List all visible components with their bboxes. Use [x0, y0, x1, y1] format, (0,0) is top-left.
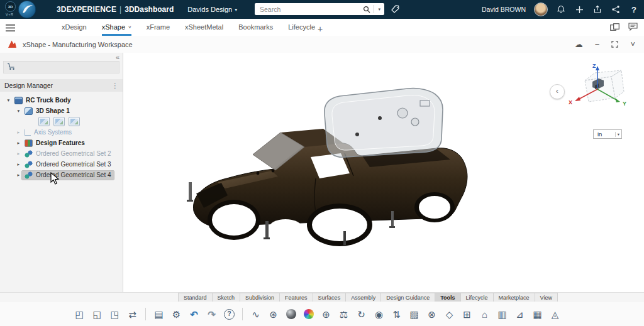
tab-design-guidance[interactable]: Design Guidance	[381, 293, 435, 302]
assembly-design-icon[interactable]: ⊞	[459, 307, 475, 322]
avatar[interactable]	[534, 3, 548, 16]
3dexperience-logo[interactable]: 3D V+R	[3, 0, 55, 19]
collapse-panel-chevron-icon[interactable]: ˅	[630, 40, 635, 49]
tab-lifecycle[interactable]: Lifecycle	[288, 19, 315, 36]
comments-icon[interactable]	[628, 22, 638, 33]
tree-item-design-features[interactable]: ▸ Design Features	[0, 138, 123, 148]
expander-icon[interactable]: ▸	[15, 140, 22, 146]
tab-sketch[interactable]: Sketch	[213, 293, 241, 302]
color-chooser-icon[interactable]	[301, 307, 316, 322]
weight-analysis-icon[interactable]: ◬	[547, 307, 563, 322]
cloud-status-icon[interactable]: ☁	[575, 40, 583, 49]
search-options-caret-icon[interactable]: ▾	[377, 7, 384, 12]
undo-icon[interactable]: ↶	[186, 307, 202, 322]
kebab-menu-icon[interactable]: ⋮	[112, 82, 118, 89]
tab-lifecycle-bottom[interactable]: Lifecycle	[461, 293, 494, 302]
render-style-icon[interactable]	[283, 307, 299, 322]
tab-subdivision[interactable]: Subdivision	[240, 293, 280, 302]
tree-item-ordered-geometrical-set-4[interactable]: ▸ Ordered Geometrical Set 4	[0, 170, 123, 180]
expander-icon[interactable]: ▸	[15, 151, 22, 156]
share-icon[interactable]	[592, 4, 602, 14]
tree-item-ordered-geometrical-set-3[interactable]: ▸ Ordered Geometrical Set 3	[0, 159, 123, 170]
panel-collapse-icon[interactable]: «	[116, 53, 119, 61]
tab-features[interactable]: Features	[280, 293, 313, 302]
hamburger-menu-icon[interactable]	[6, 23, 15, 31]
expander-icon[interactable]: ▾	[5, 97, 12, 103]
tab-xdesign[interactable]: xDesign	[62, 19, 87, 36]
screenshot-icon[interactable]: ◉	[371, 307, 387, 322]
settings-icon[interactable]: ⚙	[169, 307, 184, 322]
xshape-app-icon	[8, 40, 17, 49]
workspace-bar-controls: ☁ − ˅	[575, 36, 635, 53]
search-input[interactable]	[255, 6, 362, 13]
tab-xsheetmetal[interactable]: xSheetMetal	[185, 19, 223, 36]
view-compass[interactable]: Z X Y	[567, 62, 629, 121]
minimize-icon[interactable]: −	[595, 40, 600, 49]
section-view-icon[interactable]: ▨	[406, 307, 422, 322]
new-3d-part-icon[interactable]: ◱	[89, 307, 105, 322]
search-icon[interactable]	[362, 4, 371, 14]
help-icon[interactable]: ?	[629, 4, 639, 14]
ribbon-tab-label: Tools	[440, 295, 455, 301]
add-app-tab-button[interactable]: +	[318, 19, 323, 37]
tab-standard[interactable]: Standard	[178, 293, 213, 302]
expander-icon[interactable]: ▸	[15, 161, 22, 167]
help-icon[interactable]: ?	[221, 307, 237, 322]
catalog-icon[interactable]: ▥	[494, 307, 510, 322]
panel-expand-chevron-button[interactable]: ‹	[550, 84, 565, 99]
save-all-icon[interactable]: ⇄	[125, 307, 140, 322]
tab-assembly[interactable]: Assembly	[346, 293, 381, 302]
bom-table-icon[interactable]: ▦	[530, 307, 545, 322]
tree-item-axis-systems[interactable]: ▸ Axis Systems	[0, 127, 123, 138]
constraint-icon[interactable]: ⊗	[424, 307, 440, 322]
expander-icon[interactable]: ▸	[15, 129, 22, 135]
align-view-icon[interactable]: ⇅	[389, 307, 404, 322]
tree-item-3d-shape-1[interactable]: ▾ 3D Shape 1	[0, 106, 123, 116]
zoom-area-icon[interactable]: ⊛	[265, 307, 281, 322]
shape-state-icons	[38, 117, 80, 126]
transform-icon[interactable]: ◇	[441, 307, 457, 322]
tree-item-ordered-geometrical-set-2[interactable]: ▸ Ordered Geometrical Set 2	[0, 148, 123, 159]
home-view-icon[interactable]: ⌂	[477, 307, 492, 322]
cart-icon[interactable]	[7, 62, 16, 73]
layout-toggle-icon[interactable]	[610, 22, 619, 33]
user-name[interactable]: David BROWN	[482, 6, 526, 13]
import-content-icon[interactable]: ◰	[72, 307, 87, 322]
tab-view[interactable]: View	[535, 293, 558, 302]
units-dropdown[interactable]: in ▾	[593, 129, 622, 139]
notifications-bell-icon[interactable]	[556, 4, 566, 14]
tab-surfaces[interactable]: Surfaces	[313, 293, 347, 302]
add-content-icon[interactable]	[574, 4, 584, 14]
tree-item-label: Ordered Geometrical Set 2	[36, 150, 111, 157]
rotate-view-icon[interactable]: ↻	[353, 307, 369, 322]
state-icon-3[interactable]	[69, 117, 80, 126]
dashboard-selector[interactable]: Davids Design ▾	[187, 6, 237, 13]
tab-xframe[interactable]: xFrame	[147, 19, 170, 36]
measure-item-icon[interactable]: ⊿	[512, 307, 528, 322]
tree-item-rc-truck-body[interactable]: ▾ RC Truck Body	[0, 95, 123, 106]
redo-icon[interactable]: ↷	[204, 307, 219, 322]
fullscreen-icon[interactable]	[611, 41, 618, 48]
tab-marketplace[interactable]: Marketplace	[494, 293, 535, 302]
export-icon[interactable]: ▤	[151, 307, 167, 322]
measure-balance-icon[interactable]: ⚖	[336, 307, 352, 322]
state-icon-1[interactable]	[38, 117, 50, 126]
tab-tools[interactable]: Tools	[435, 293, 460, 302]
tree-item-shape-thumbnails[interactable]	[0, 116, 123, 127]
viewport-canvas[interactable]: ‹ Z X Y in ▾	[123, 53, 644, 292]
app-tab-bar: xDesign xShape xFrame xSheetMetal Bookma…	[0, 19, 644, 36]
tab-bookmarks[interactable]: Bookmarks	[238, 19, 273, 36]
expander-icon[interactable]: ▸	[15, 172, 22, 178]
expander-icon[interactable]: ▾	[15, 108, 22, 114]
tab-xshape[interactable]: xShape	[102, 19, 131, 36]
zoom-fit-icon[interactable]: ⊕	[318, 307, 334, 322]
lasso-selection-icon[interactable]: ∿	[248, 307, 264, 322]
menubar-right-icons	[610, 19, 638, 36]
3d-model-truck[interactable]	[123, 53, 644, 292]
action-toolbar: ◰ ◱ ◳ ⇄ ▤ ⚙ ↶ ↷ ? ∿ ⊛	[0, 302, 644, 326]
save-icon[interactable]: ◳	[107, 307, 123, 322]
tag-icon[interactable]	[391, 4, 401, 14]
tree-item-label: RC Truck Body	[26, 97, 71, 104]
share-network-icon[interactable]	[611, 4, 621, 14]
state-icon-2[interactable]	[53, 117, 65, 126]
